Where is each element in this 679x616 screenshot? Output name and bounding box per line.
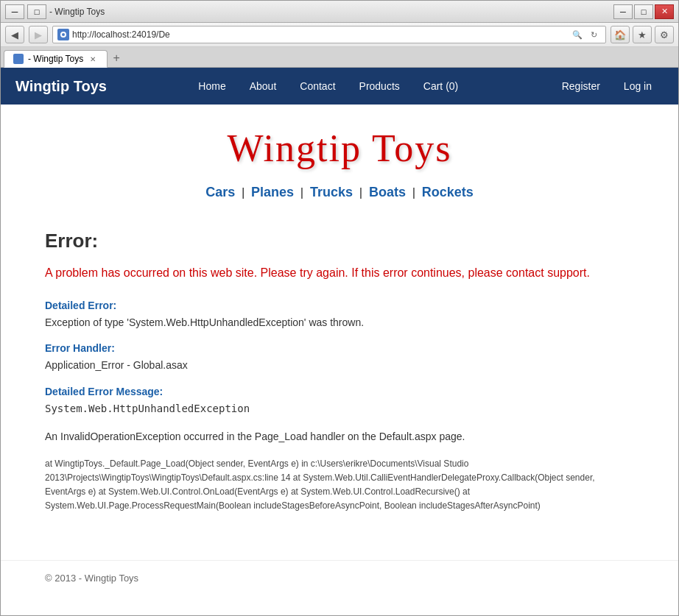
tab-favicon-icon xyxy=(13,54,24,64)
message-value-line2: An InvalidOperationException occurred in… xyxy=(45,428,634,445)
nav-about[interactable]: About xyxy=(238,70,289,102)
address-text: http://localhost:24019/De xyxy=(72,29,570,40)
nav-right: Register Log in xyxy=(550,70,664,102)
restore-button[interactable]: □ xyxy=(27,4,46,19)
back-button[interactable]: ◀ xyxy=(5,26,24,43)
main-content: Error: A problem has occurred on this we… xyxy=(1,215,678,560)
separator-2: | xyxy=(300,185,307,199)
nav-login[interactable]: Log in xyxy=(612,70,664,102)
page-footer: © 2013 - Wingtip Toys xyxy=(1,560,678,595)
home-button[interactable]: 🏠 xyxy=(611,26,630,43)
nav-brand[interactable]: Wingtip Toys xyxy=(15,78,107,95)
address-actions: 🔍 ↻ xyxy=(570,27,601,42)
category-trucks[interactable]: Trucks xyxy=(310,185,353,199)
minimize-button[interactable]: ─ xyxy=(613,4,633,19)
settings-button[interactable]: ⚙ xyxy=(655,26,674,43)
stack-trace: at WingtipToys._Default.Page_Load(Object… xyxy=(45,457,634,514)
window-frame: ─ □ - Wingtip Toys ─ □ ✕ ◀ ▶ http://loca… xyxy=(0,0,679,616)
separator-3: | xyxy=(359,185,366,199)
address-icon xyxy=(57,29,69,40)
category-nav: Cars | Planes | Trucks | Boats | Rockets xyxy=(1,177,678,215)
tabs-bar: - Wingtip Toys ✕ + xyxy=(1,47,678,68)
category-cars[interactable]: Cars xyxy=(205,185,235,199)
error-message: A problem has occurred on this web site.… xyxy=(45,264,634,282)
search-button[interactable]: 🔍 xyxy=(570,27,585,42)
active-tab[interactable]: - Wingtip Toys ✕ xyxy=(4,50,108,68)
category-rockets[interactable]: Rockets xyxy=(422,185,474,199)
nav-links: Home About Contact Products Cart (0) xyxy=(186,70,470,102)
refresh-button[interactable]: ↻ xyxy=(586,27,601,42)
maximize-button[interactable]: □ xyxy=(634,4,653,19)
message-value-line1: System.Web.HttpUnhandledException xyxy=(45,400,634,417)
minimize-button[interactable]: ─ xyxy=(5,4,24,19)
nav-bar: Wingtip Toys Home About Contact Products… xyxy=(1,68,678,105)
new-tab-button[interactable]: + xyxy=(108,49,125,67)
title-bar-left: ─ □ - Wingtip Toys xyxy=(5,4,105,19)
close-button[interactable]: ✕ xyxy=(655,4,674,19)
detailed-error-label: Detailed Error: xyxy=(45,300,634,311)
page-wrapper: Wingtip Toys Home About Contact Products… xyxy=(1,68,678,595)
forward-button[interactable]: ▶ xyxy=(29,26,48,43)
category-boats[interactable]: Boats xyxy=(369,185,406,199)
favorites-button[interactable]: ★ xyxy=(633,26,652,43)
handler-label: Error Handler: xyxy=(45,342,634,354)
title-bar-controls: ─ □ ✕ xyxy=(613,4,674,19)
title-bar-text: - Wingtip Toys xyxy=(49,7,105,17)
nav-register[interactable]: Register xyxy=(550,70,612,102)
hero-title: Wingtip Toys xyxy=(1,105,678,177)
tab-title: - Wingtip Toys xyxy=(28,54,83,64)
address-bar[interactable]: http://localhost:24019/De 🔍 ↻ xyxy=(52,26,606,43)
separator-1: | xyxy=(242,185,248,199)
browser-toolbar: ◀ ▶ http://localhost:24019/De 🔍 ↻ 🏠 ★ ⚙ xyxy=(1,23,678,47)
nav-products[interactable]: Products xyxy=(348,70,412,102)
handler-value: Application_Error - Global.asax xyxy=(45,357,634,373)
nav-cart[interactable]: Cart (0) xyxy=(412,70,470,102)
title-bar: ─ □ - Wingtip Toys ─ □ ✕ xyxy=(1,1,678,23)
tab-close-button[interactable]: ✕ xyxy=(88,54,98,64)
footer-text: © 2013 - Wingtip Toys xyxy=(45,573,138,584)
separator-4: | xyxy=(412,185,419,199)
hero-title-text: Wingtip Toys xyxy=(228,127,452,169)
nav-home[interactable]: Home xyxy=(186,70,237,102)
detailed-error-value: Exception of type 'System.Web.HttpUnhand… xyxy=(45,314,634,330)
nav-contact[interactable]: Contact xyxy=(288,70,347,102)
category-planes[interactable]: Planes xyxy=(251,185,294,199)
address-icon-inner xyxy=(60,32,66,38)
message-label: Detailed Error Message: xyxy=(45,386,634,397)
error-heading: Error: xyxy=(45,230,634,252)
browser-right: 🏠 ★ ⚙ xyxy=(611,26,674,43)
